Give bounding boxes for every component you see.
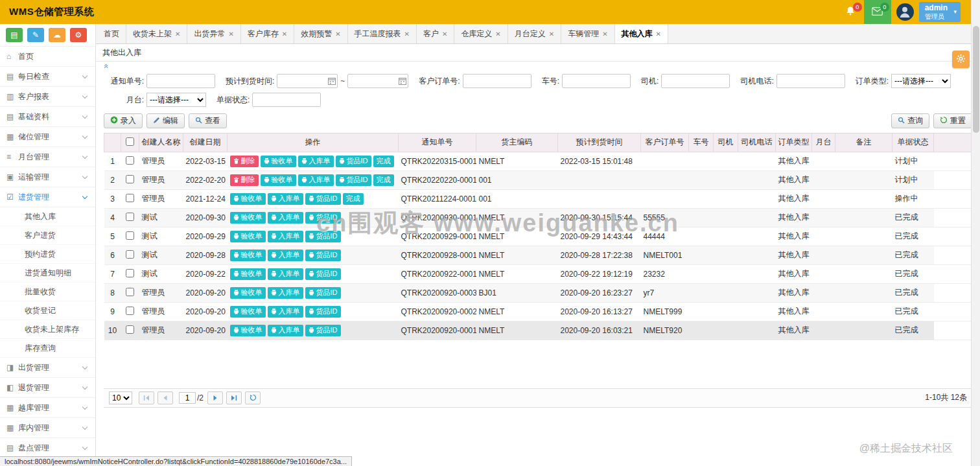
item-id-button[interactable]: 货品ID [305, 325, 341, 336]
sidebar-item[interactable]: ⌂首页 [0, 47, 95, 67]
sidebar-subitem[interactable]: 收货未上架库存 [0, 320, 95, 339]
page-size-select[interactable]: 10 [109, 391, 132, 404]
row-checkbox[interactable] [126, 156, 134, 165]
edit-button[interactable]: 编辑 [146, 113, 185, 128]
scrollbar-thumb[interactable] [973, 26, 979, 133]
receipt-doc-button[interactable]: 验收单 [230, 325, 266, 336]
row-checkbox[interactable] [126, 269, 134, 277]
item-id-button[interactable]: 货品ID [305, 250, 341, 261]
prev-page-button[interactable] [158, 391, 173, 404]
inbound-doc-button[interactable]: 入库单 [298, 174, 334, 186]
filter-select[interactable]: ---请选择--- [891, 74, 951, 88]
inbound-doc-button[interactable]: 入库单 [268, 306, 303, 318]
select-all-header[interactable] [121, 134, 139, 152]
receipt-doc-button[interactable]: 验收单 [230, 193, 266, 205]
filter-input[interactable] [146, 74, 215, 88]
close-icon[interactable]: ✕ [335, 30, 340, 38]
filter-input[interactable] [661, 74, 730, 88]
row-checkbox[interactable] [126, 213, 134, 221]
close-icon[interactable]: ✕ [282, 30, 287, 38]
inbound-doc-button[interactable]: 入库单 [268, 193, 303, 205]
filter-input[interactable] [252, 93, 321, 107]
table-row[interactable]: 8管理员2020-09-20验收单入库单货品IDQTRK20200920-000… [104, 283, 972, 302]
table-row[interactable]: 10管理员2020-09-20验收单入库单货品IDQTRK20200920-00… [104, 321, 972, 340]
sidebar-item[interactable]: ▦储位管理 [0, 127, 95, 147]
sidebar-item[interactable]: ≡月台管理 [0, 147, 95, 167]
sidebar-item[interactable]: ▥客户报表 [0, 87, 95, 107]
sidebar-subitem[interactable]: 批量收货 [0, 283, 95, 301]
search-button[interactable]: 查询 [891, 113, 929, 128]
row-checkbox[interactable] [126, 307, 134, 315]
view-button[interactable]: 查看 [189, 113, 227, 128]
item-id-button[interactable]: 货品ID [305, 193, 341, 205]
sidebar-subitem[interactable]: 收货登记 [0, 301, 95, 320]
row-checkbox[interactable] [126, 288, 134, 296]
filter-select[interactable]: ---请选择--- [146, 93, 206, 107]
inbound-doc-button[interactable]: 入库单 [268, 287, 303, 299]
receipt-doc-button[interactable]: 验收单 [261, 174, 296, 186]
tab[interactable]: 效期预警✕ [294, 24, 347, 43]
item-id-button[interactable]: 货品ID [305, 212, 341, 224]
receipt-doc-button[interactable]: 验收单 [230, 306, 266, 318]
close-icon[interactable]: ✕ [404, 30, 410, 38]
user-menu[interactable]: admin 管理员 ▾ [919, 2, 961, 22]
sidebar-subitem[interactable]: 客户进货 [0, 226, 95, 245]
complete-button[interactable]: 完成 [373, 156, 394, 167]
gear-button[interactable]: ⚙ [70, 28, 87, 42]
tab[interactable]: 出货异常✕ [187, 24, 240, 43]
close-icon[interactable]: ✕ [549, 30, 554, 38]
avatar[interactable] [896, 3, 914, 21]
sidebar-item[interactable]: ▤每日检查 [0, 67, 95, 87]
table-row[interactable]: 1管理员2022-03-15删除验收单入库单货品ID完成QTRK20220315… [104, 152, 972, 170]
select-all-checkbox[interactable] [126, 137, 134, 146]
row-checkbox[interactable] [126, 250, 134, 259]
sidebar-subitem[interactable]: 库存查询 [0, 339, 95, 358]
delete-button[interactable]: 删除 [230, 156, 259, 167]
tab[interactable]: 车辆管理✕ [561, 24, 614, 43]
receipt-doc-button[interactable]: 验收单 [230, 268, 266, 280]
sidebar-subitem[interactable]: 进货通知明细 [0, 264, 95, 283]
sidebar-item[interactable]: ▤基础资料 [0, 107, 95, 127]
tab[interactable]: 首页 [97, 24, 126, 43]
table-row[interactable]: 3管理员2021-12-24验收单入库单货品ID完成QTRK20211224-0… [104, 189, 972, 208]
inbound-doc-button[interactable]: 入库单 [298, 156, 334, 167]
last-page-button[interactable] [226, 391, 242, 404]
inbound-doc-button[interactable]: 入库单 [268, 231, 303, 242]
receipt-doc-button[interactable]: 验收单 [230, 212, 266, 224]
page-number-input[interactable] [179, 392, 196, 404]
add-button[interactable]: 录入 [104, 113, 143, 128]
sidebar-item[interactable]: ◨出货管理 [0, 358, 95, 378]
tab[interactable]: 客户✕ [417, 24, 454, 43]
row-checkbox[interactable] [126, 325, 134, 334]
item-id-button[interactable]: 货品ID [336, 156, 371, 167]
sidebar-subitem[interactable]: 其他入库 [0, 207, 95, 226]
refresh-button[interactable] [245, 391, 261, 404]
row-checkbox[interactable] [126, 231, 134, 240]
item-id-button[interactable]: 货品ID [305, 306, 341, 318]
table-row[interactable]: 5测试2020-09-29验收单入库单货品IDQTRK20200929-0001… [104, 227, 972, 246]
notifications-button[interactable]: 0 [837, 0, 864, 24]
close-icon[interactable]: ✕ [602, 30, 607, 38]
sidebar-item[interactable]: ☑进货管理 [0, 187, 95, 207]
tab[interactable]: 其他入库✕ [615, 24, 668, 43]
reset-button[interactable]: 重置 [933, 113, 972, 128]
filter-input[interactable] [562, 74, 631, 88]
sidebar-item[interactable]: ◧退货管理 [0, 378, 95, 398]
tab[interactable]: 客户库存✕ [241, 24, 294, 43]
complete-button[interactable]: 完成 [373, 174, 394, 186]
filter-input[interactable] [463, 74, 531, 88]
sidebar-item[interactable]: ▣运输管理 [0, 167, 95, 187]
receipt-doc-button[interactable]: 验收单 [230, 250, 266, 261]
sidebar-item[interactable]: ▦库内管理 [0, 418, 95, 438]
tab[interactable]: 手工温度报表✕ [348, 24, 417, 43]
sidebar-subitem[interactable]: 预约进货 [0, 245, 95, 264]
bird-button[interactable]: ☁ [49, 28, 65, 42]
filter-input[interactable] [776, 74, 845, 88]
delete-button[interactable]: 删除 [230, 174, 259, 186]
table-row[interactable]: 7测试2020-09-22验收单入库单货品IDQTRK20200922-0001… [104, 264, 972, 283]
next-page-button[interactable] [207, 391, 223, 404]
item-id-button[interactable]: 货品ID [305, 287, 341, 299]
receipt-doc-button[interactable]: 验收单 [230, 231, 266, 242]
table-row[interactable]: 9管理员2020-09-20验收单入库单货品IDQTRK20200920-000… [104, 302, 972, 321]
settings-button[interactable] [952, 51, 970, 68]
